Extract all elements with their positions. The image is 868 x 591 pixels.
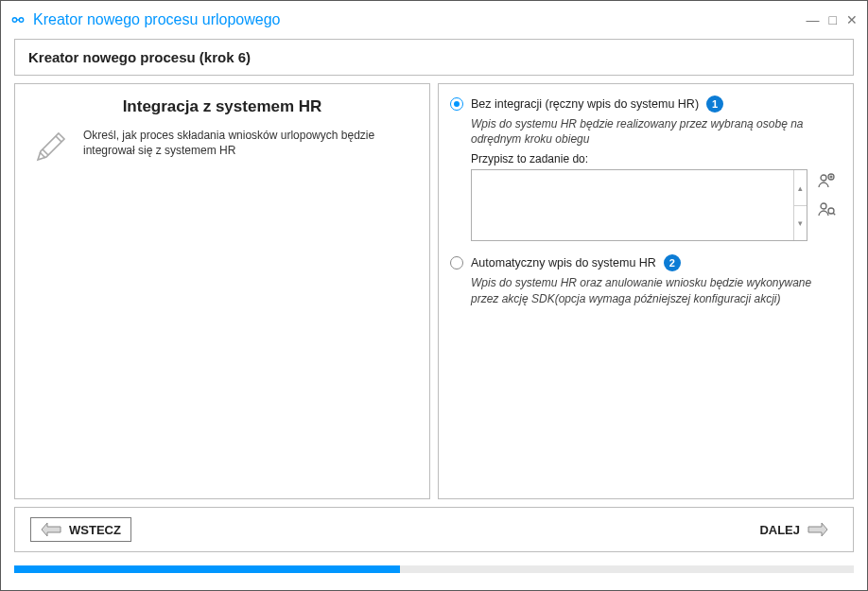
option-no-integration: Bez integracji (ręczny wpis do systemu H… — [450, 96, 836, 241]
left-description: Określ, jak proces składania wniosków ur… — [83, 128, 412, 158]
app-icon — [10, 12, 26, 27]
svg-point-0 — [12, 18, 16, 22]
minimize-button[interactable]: — — [807, 13, 820, 26]
badge-2: 2 — [664, 254, 681, 271]
window-controls: — □ ✕ — [807, 13, 858, 26]
arrow-left-icon — [41, 522, 61, 537]
arrow-right-icon — [807, 522, 828, 537]
right-panel: Bez integracji (ręczny wpis do systemu H… — [438, 83, 854, 499]
back-label: WSTECZ — [69, 523, 121, 537]
option2-description: Wpis do systemu HR oraz anulowanie wnios… — [471, 275, 836, 305]
option2-label[interactable]: Automatyczny wpis do systemu HR — [471, 256, 656, 269]
content: Kreator nowego procesu (krok 6) Integrac… — [1, 39, 867, 590]
assign-spin: ▴ ▾ — [793, 170, 807, 240]
option1-label[interactable]: Bez integracji (ręczny wpis do systemu H… — [471, 97, 699, 111]
svg-point-1 — [19, 18, 23, 22]
next-label: DALEJ — [759, 523, 800, 537]
close-button[interactable]: ✕ — [846, 13, 858, 26]
left-panel: Integracja z systemem HR Określ, jak pro… — [14, 83, 430, 499]
left-title: Integracja z systemem HR — [32, 97, 412, 116]
assign-listbox[interactable]: ▴ ▾ — [471, 169, 807, 241]
title-bar: Kreator nowego procesu urlopowego — □ ✕ — [1, 1, 867, 39]
add-user-icon[interactable] — [817, 171, 836, 190]
pencil-icon — [32, 128, 70, 169]
radio-auto-integration[interactable] — [450, 256, 463, 269]
spin-down-icon[interactable]: ▾ — [794, 206, 807, 241]
spin-up-icon[interactable]: ▴ — [794, 170, 807, 206]
step-header: Kreator nowego procesu (krok 6) — [14, 39, 854, 76]
progress-bar — [14, 560, 854, 577]
find-user-icon[interactable] — [817, 200, 836, 218]
assign-label: Przypisz to zadanie do: — [471, 152, 836, 165]
next-button[interactable]: DALEJ — [750, 518, 838, 541]
svg-point-2 — [821, 175, 826, 181]
maximize-button[interactable]: □ — [829, 13, 837, 26]
svg-point-5 — [828, 208, 834, 214]
option1-description: Wpis do systemu HR będzie realizowany pr… — [471, 116, 836, 147]
wizard-window: Kreator nowego procesu urlopowego — □ ✕ … — [0, 0, 868, 591]
back-button[interactable]: WSTECZ — [30, 517, 131, 542]
body: Integracja z systemem HR Określ, jak pro… — [14, 83, 854, 499]
footer: WSTECZ DALEJ — [14, 507, 854, 552]
progress-fill — [14, 565, 400, 573]
svg-point-4 — [821, 203, 826, 209]
option-auto-integration: Automatyczny wpis do systemu HR 2 Wpis d… — [450, 254, 836, 305]
window-title: Kreator nowego procesu urlopowego — [33, 11, 799, 28]
radio-no-integration[interactable] — [450, 97, 463, 111]
badge-1: 1 — [706, 96, 723, 113]
